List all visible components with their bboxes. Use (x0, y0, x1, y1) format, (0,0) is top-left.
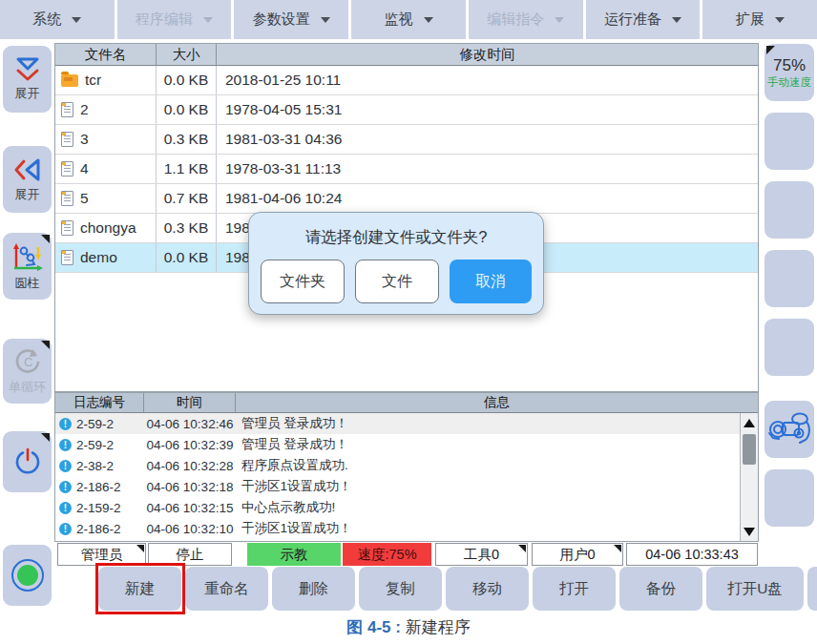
menu-program-edit: 程序编辑 (117, 0, 235, 39)
open-button[interactable]: 打开 (533, 567, 616, 611)
log-id: 2-159-2 (76, 501, 121, 515)
log-id: 2-186-2 (76, 522, 121, 536)
move-button[interactable]: 移动 (446, 567, 529, 611)
right-panel-button-empty[interactable] (765, 113, 814, 170)
file-name: 4 (80, 160, 89, 177)
triangle-down-icon (744, 528, 755, 536)
table-row[interactable]: 5 0.7 KB 1981-04-06 10:24 (55, 184, 758, 214)
corner-marker-icon (41, 341, 50, 349)
info-icon: ! (59, 460, 72, 472)
log-time: 04-06 10:32:18 (144, 480, 236, 494)
status-tool-label: 工具0 (464, 546, 499, 564)
menu-extend[interactable]: 扩展 (702, 0, 817, 39)
status-user[interactable]: 管理员 (57, 543, 146, 566)
file-size: 0.3 KB (157, 125, 217, 154)
backup-button[interactable]: 备份 (619, 567, 702, 611)
file-name: tcr (85, 72, 101, 89)
document-icon (61, 102, 73, 117)
file-table-header: 文件名 大小 修改时间 (55, 44, 758, 66)
column-header-log-id: 日志编号 (55, 393, 144, 412)
table-row[interactable]: 2 0.0 KB 1978-04-05 15:31 (55, 95, 758, 125)
scroll-up-button[interactable] (741, 415, 758, 430)
single-cycle-button[interactable]: C 单循环 (3, 339, 52, 404)
expand-down-button[interactable]: 展开 (3, 46, 52, 113)
scroll-down-button[interactable] (741, 524, 758, 539)
log-row[interactable]: !2-159-2 04-06 10:32:15 中心点示教成功! (55, 497, 758, 518)
info-icon: ! (59, 439, 72, 451)
info-icon: ! (59, 523, 72, 535)
column-header-time: 时间 (144, 393, 236, 412)
file-name: chongya (80, 219, 136, 237)
log-message: 管理员 登录成功！ (236, 415, 739, 432)
file-name: 3 (80, 131, 89, 148)
folder-button[interactable]: 文件夹 (261, 260, 345, 303)
corner-marker-icon (41, 235, 50, 243)
info-icon: ! (59, 481, 72, 493)
status-run-state: 停止 (148, 543, 232, 566)
right-panel-button-empty[interactable] (765, 181, 814, 239)
log-row[interactable]: !2-38-2 04-06 10:32:28 程序原点设置成功. (55, 455, 758, 476)
table-row[interactable]: 3 0.3 KB 1981-03-31 04:36 (55, 125, 758, 155)
right-panel-button-empty[interactable] (765, 250, 814, 307)
copy-button[interactable]: 复制 (359, 567, 442, 611)
expand-left-button[interactable]: 展开 (3, 146, 52, 213)
log-table-header: 日志编号 时间 信息 (55, 393, 758, 413)
cancel-button[interactable]: 取消 (450, 260, 532, 303)
table-row[interactable]: 4 1.1 KB 1978-03-31 11:13 (55, 155, 758, 184)
status-user-frame[interactable]: 用户0 (532, 543, 623, 566)
open-usb-button[interactable]: 打开U盘 (706, 567, 804, 611)
log-message: 程序原点设置成功. (236, 457, 739, 474)
right-panel-button-empty[interactable] (765, 469, 814, 527)
status-speed-label: 速度:75% (357, 546, 416, 564)
folder-icon (61, 74, 78, 87)
log-message: 管理员 登录成功！ (236, 436, 739, 453)
document-icon (61, 191, 73, 206)
menu-label: 运行准备 (604, 10, 661, 29)
table-row[interactable]: tcr 0.0 KB 2018-01-25 10:11 (55, 66, 758, 95)
file-name: 5 (80, 190, 89, 207)
file-modified: 1978-03-31 11:13 (217, 155, 758, 183)
file-name: 2 (80, 101, 89, 118)
log-row-clipped[interactable]: !2-158-2 04-06 10:32:04 顶点1示教成功! (55, 539, 758, 542)
manual-speed-button[interactable]: 75% 手动速度 (765, 44, 814, 101)
status-datetime-label: 04-06 10:33:43 (645, 547, 739, 562)
log-row-selected[interactable]: !2-59-2 04-06 10:32:46 管理员 登录成功！ (55, 413, 758, 434)
log-id: 2-186-2 (76, 480, 121, 494)
file-button[interactable]: 文件 (355, 260, 439, 303)
dialog-message: 请选择创建文件或文件夹? (249, 227, 543, 248)
log-row[interactable]: !2-186-2 04-06 10:32:10 干涉区1设置成功！ (55, 518, 758, 539)
right-panel-button-empty[interactable] (765, 319, 814, 376)
chevron-down-icon (672, 17, 681, 23)
log-scrollbar[interactable] (740, 413, 758, 541)
teach-pendant-jog-button[interactable] (765, 401, 814, 458)
extra-button-clipped[interactable] (807, 567, 817, 611)
cylinder-coord-button[interactable]: 圆柱 (3, 233, 52, 300)
figure-title: 新建程序 (406, 618, 471, 636)
log-row[interactable]: !2-59-2 04-06 10:32:39 管理员 登录成功！ (55, 434, 758, 455)
power-button[interactable] (3, 431, 52, 492)
log-message: 干涉区1设置成功！ (236, 520, 739, 537)
servo-status-button[interactable] (3, 545, 52, 606)
chevron-down-icon (203, 17, 213, 23)
expand-down-label: 展开 (15, 85, 40, 102)
menu-run-prepare[interactable]: 运行准备 (586, 0, 703, 39)
scrollbar-thumb[interactable] (743, 434, 756, 465)
corner-marker-icon (766, 46, 775, 54)
file-name: demo (80, 249, 117, 266)
column-header-size: 大小 (157, 44, 217, 65)
menu-parameter-settings[interactable]: 参数设置 (234, 0, 351, 39)
menu-label: 监视 (385, 10, 413, 29)
log-row[interactable]: !2-186-2 04-06 10:32:18 干涉区1设置成功！ (55, 476, 758, 497)
rename-button[interactable]: 重命名 (185, 567, 268, 611)
delete-button[interactable]: 删除 (272, 567, 355, 611)
status-tool[interactable]: 工具0 (435, 543, 528, 566)
column-header-message: 信息 (236, 394, 758, 411)
menu-label: 扩展 (736, 10, 765, 29)
new-button[interactable]: 新建 (98, 567, 181, 611)
menu-monitor[interactable]: 监视 (351, 0, 469, 39)
menu-bar: 系统 程序编辑 参数设置 监视 编辑指令 运行准备 扩展 (0, 0, 817, 39)
document-icon (61, 220, 73, 236)
menu-system[interactable]: 系统 (0, 0, 117, 39)
file-size: 0.0 KB (157, 66, 217, 94)
menu-label: 程序编辑 (136, 10, 193, 29)
